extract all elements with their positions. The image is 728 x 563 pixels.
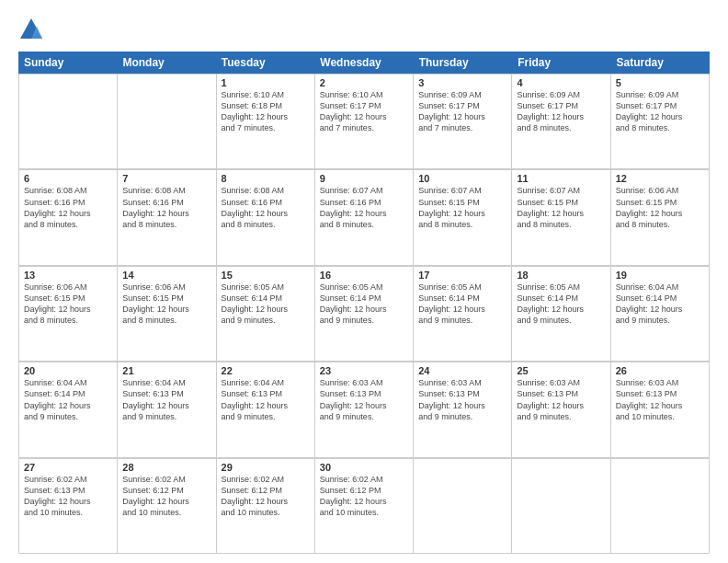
calendar-cell-3-4: 24Sunrise: 6:03 AM Sunset: 6:13 PM Dayli… [414,362,512,457]
calendar-cell-3-0: 20Sunrise: 6:04 AM Sunset: 6:14 PM Dayli… [19,362,118,457]
calendar-cell-3-2: 22Sunrise: 6:04 AM Sunset: 6:13 PM Dayli… [217,362,315,457]
calendar-cell-1-4: 10Sunrise: 6:07 AM Sunset: 6:15 PM Dayli… [414,170,512,265]
cell-daylight-info: Sunrise: 6:04 AM Sunset: 6:14 PM Dayligh… [616,282,704,327]
logo [18,17,48,42]
day-number: 16 [320,270,408,281]
day-number: 20 [24,365,112,376]
cell-daylight-info: Sunrise: 6:06 AM Sunset: 6:15 PM Dayligh… [616,185,704,230]
cell-daylight-info: Sunrise: 6:09 AM Sunset: 6:17 PM Dayligh… [616,89,704,134]
day-number: 27 [24,462,112,473]
calendar-cell-1-5: 11Sunrise: 6:07 AM Sunset: 6:15 PM Dayli… [512,170,610,265]
day-number: 1 [222,77,310,88]
weekday-header-monday: Monday [117,52,215,74]
calendar-cell-3-5: 25Sunrise: 6:03 AM Sunset: 6:13 PM Dayli… [512,362,610,457]
calendar-body: 1Sunrise: 6:10 AM Sunset: 6:18 PM Daylig… [18,74,710,554]
day-number: 15 [222,270,310,281]
cell-daylight-info: Sunrise: 6:06 AM Sunset: 6:15 PM Dayligh… [122,282,210,327]
day-number: 10 [418,173,506,184]
cell-daylight-info: Sunrise: 6:02 AM Sunset: 6:12 PM Dayligh… [222,474,310,519]
calendar-cell-0-0 [19,75,118,169]
cell-daylight-info: Sunrise: 6:04 AM Sunset: 6:13 PM Dayligh… [122,377,210,422]
calendar-row-3: 20Sunrise: 6:04 AM Sunset: 6:14 PM Dayli… [18,362,710,457]
calendar-cell-2-1: 14Sunrise: 6:06 AM Sunset: 6:15 PM Dayli… [118,267,216,362]
cell-daylight-info: Sunrise: 6:02 AM Sunset: 6:12 PM Dayligh… [122,474,210,519]
calendar-cell-2-4: 17Sunrise: 6:05 AM Sunset: 6:14 PM Dayli… [414,267,512,362]
calendar-cell-0-4: 3Sunrise: 6:09 AM Sunset: 6:17 PM Daylig… [414,75,512,169]
cell-daylight-info: Sunrise: 6:03 AM Sunset: 6:13 PM Dayligh… [616,377,704,422]
day-number: 17 [418,270,506,281]
calendar-row-0: 1Sunrise: 6:10 AM Sunset: 6:18 PM Daylig… [18,74,710,169]
cell-daylight-info: Sunrise: 6:02 AM Sunset: 6:13 PM Dayligh… [24,474,112,519]
day-number: 8 [222,173,310,184]
calendar-cell-4-5 [512,459,610,554]
day-number: 9 [320,173,408,184]
cell-daylight-info: Sunrise: 6:04 AM Sunset: 6:14 PM Dayligh… [24,377,112,422]
day-number: 26 [616,365,704,376]
day-number: 18 [517,270,605,281]
calendar-cell-0-3: 2Sunrise: 6:10 AM Sunset: 6:17 PM Daylig… [315,75,414,169]
cell-daylight-info: Sunrise: 6:05 AM Sunset: 6:14 PM Dayligh… [418,282,506,327]
weekday-header-sunday: Sunday [18,52,117,74]
calendar-header-row: SundayMondayTuesdayWednesdayThursdayFrid… [18,52,710,74]
calendar-cell-4-0: 27Sunrise: 6:02 AM Sunset: 6:13 PM Dayli… [19,459,118,554]
calendar-cell-2-2: 15Sunrise: 6:05 AM Sunset: 6:14 PM Dayli… [217,267,315,362]
day-number: 30 [320,462,408,473]
calendar-cell-4-3: 30Sunrise: 6:02 AM Sunset: 6:12 PM Dayli… [315,459,414,554]
calendar-cell-0-2: 1Sunrise: 6:10 AM Sunset: 6:18 PM Daylig… [217,75,315,169]
cell-daylight-info: Sunrise: 6:08 AM Sunset: 6:16 PM Dayligh… [122,185,210,230]
logo-icon [18,17,44,42]
weekday-header-tuesday: Tuesday [216,52,314,74]
cell-daylight-info: Sunrise: 6:05 AM Sunset: 6:14 PM Dayligh… [517,282,605,327]
day-number: 3 [418,77,506,88]
calendar-cell-1-0: 6Sunrise: 6:08 AM Sunset: 6:16 PM Daylig… [19,170,118,265]
day-number: 12 [616,173,704,184]
calendar-cell-1-3: 9Sunrise: 6:07 AM Sunset: 6:16 PM Daylig… [315,170,414,265]
calendar-row-2: 13Sunrise: 6:06 AM Sunset: 6:15 PM Dayli… [18,266,710,362]
day-number: 4 [517,77,605,88]
day-number: 13 [24,270,112,281]
cell-daylight-info: Sunrise: 6:06 AM Sunset: 6:15 PM Dayligh… [24,282,112,327]
cell-daylight-info: Sunrise: 6:10 AM Sunset: 6:17 PM Dayligh… [320,89,408,134]
cell-daylight-info: Sunrise: 6:05 AM Sunset: 6:14 PM Dayligh… [222,282,310,327]
day-number: 24 [418,365,506,376]
calendar-cell-3-3: 23Sunrise: 6:03 AM Sunset: 6:13 PM Dayli… [315,362,414,457]
header [18,17,710,42]
calendar-cell-2-3: 16Sunrise: 6:05 AM Sunset: 6:14 PM Dayli… [315,267,414,362]
day-number: 28 [122,462,210,473]
calendar-cell-1-2: 8Sunrise: 6:08 AM Sunset: 6:16 PM Daylig… [217,170,315,265]
calendar-cell-4-2: 29Sunrise: 6:02 AM Sunset: 6:12 PM Dayli… [217,459,315,554]
cell-daylight-info: Sunrise: 6:04 AM Sunset: 6:13 PM Dayligh… [222,377,310,422]
calendar-cell-4-6 [611,459,710,554]
calendar-cell-0-6: 5Sunrise: 6:09 AM Sunset: 6:17 PM Daylig… [611,75,710,169]
day-number: 6 [24,173,112,184]
weekday-header-wednesday: Wednesday [314,52,413,74]
weekday-header-saturday: Saturday [611,52,710,74]
calendar-cell-4-1: 28Sunrise: 6:02 AM Sunset: 6:12 PM Dayli… [118,459,216,554]
cell-daylight-info: Sunrise: 6:07 AM Sunset: 6:15 PM Dayligh… [517,185,605,230]
calendar-cell-1-1: 7Sunrise: 6:08 AM Sunset: 6:16 PM Daylig… [118,170,216,265]
day-number: 5 [616,77,704,88]
cell-daylight-info: Sunrise: 6:08 AM Sunset: 6:16 PM Dayligh… [222,185,310,230]
calendar-cell-1-6: 12Sunrise: 6:06 AM Sunset: 6:15 PM Dayli… [611,170,710,265]
day-number: 2 [320,77,408,88]
calendar-cell-0-5: 4Sunrise: 6:09 AM Sunset: 6:17 PM Daylig… [512,75,610,169]
page: SundayMondayTuesdayWednesdayThursdayFrid… [0,0,728,563]
calendar: SundayMondayTuesdayWednesdayThursdayFrid… [18,52,710,554]
calendar-cell-3-1: 21Sunrise: 6:04 AM Sunset: 6:13 PM Dayli… [118,362,216,457]
calendar-cell-2-5: 18Sunrise: 6:05 AM Sunset: 6:14 PM Dayli… [512,267,610,362]
cell-daylight-info: Sunrise: 6:09 AM Sunset: 6:17 PM Dayligh… [517,89,605,134]
cell-daylight-info: Sunrise: 6:03 AM Sunset: 6:13 PM Dayligh… [320,377,408,422]
cell-daylight-info: Sunrise: 6:03 AM Sunset: 6:13 PM Dayligh… [418,377,506,422]
day-number: 11 [517,173,605,184]
day-number: 21 [122,365,210,376]
calendar-cell-3-6: 26Sunrise: 6:03 AM Sunset: 6:13 PM Dayli… [611,362,710,457]
calendar-cell-2-6: 19Sunrise: 6:04 AM Sunset: 6:14 PM Dayli… [611,267,710,362]
calendar-row-1: 6Sunrise: 6:08 AM Sunset: 6:16 PM Daylig… [18,169,710,265]
cell-daylight-info: Sunrise: 6:05 AM Sunset: 6:14 PM Dayligh… [320,282,408,327]
calendar-row-4: 27Sunrise: 6:02 AM Sunset: 6:13 PM Dayli… [18,458,710,554]
day-number: 14 [122,270,210,281]
calendar-cell-0-1 [118,75,216,169]
cell-daylight-info: Sunrise: 6:08 AM Sunset: 6:16 PM Dayligh… [24,185,112,230]
cell-daylight-info: Sunrise: 6:07 AM Sunset: 6:15 PM Dayligh… [418,185,506,230]
cell-daylight-info: Sunrise: 6:09 AM Sunset: 6:17 PM Dayligh… [418,89,506,134]
